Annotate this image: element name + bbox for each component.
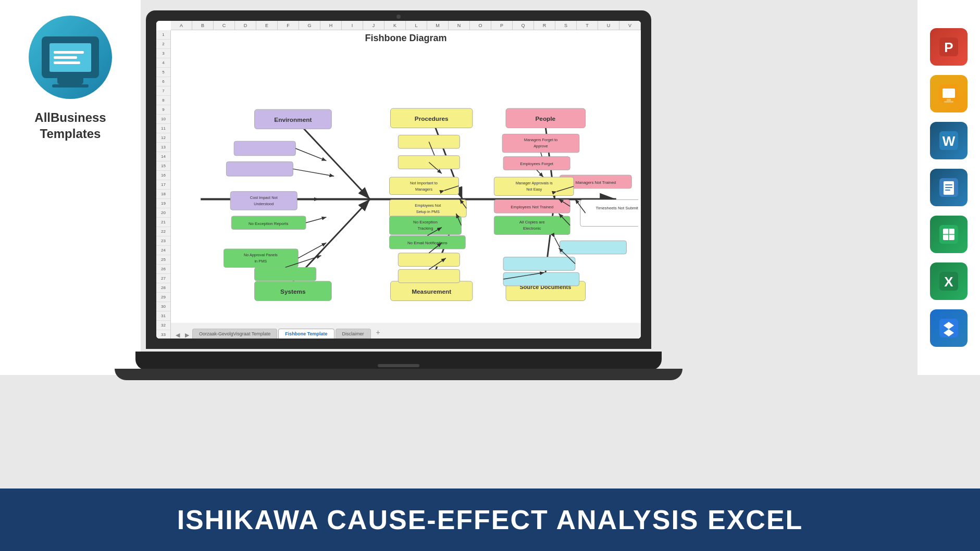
col-s: S — [555, 21, 577, 30]
svg-rect-12 — [945, 190, 950, 191]
svg-rect-36 — [226, 162, 293, 177]
col-a: A — [171, 21, 192, 30]
left-panel: AllBusinessTemplates — [0, 0, 141, 375]
spreadsheet: A B C D E F G H I J K L M N O P Q — [156, 21, 641, 339]
logo-circle — [29, 16, 112, 99]
col-r: R — [534, 21, 555, 30]
col-headers: A B C D E F G H I J K L M N O P Q — [171, 21, 641, 30]
scroll-right-arrow[interactable]: ▶ — [183, 332, 191, 339]
svg-text:Not Easy: Not Easy — [526, 187, 542, 192]
svg-rect-100 — [398, 269, 460, 283]
svg-text:P: P — [944, 40, 953, 55]
svg-rect-3 — [942, 89, 955, 98]
svg-line-37 — [293, 169, 334, 176]
col-t: T — [577, 21, 598, 30]
svg-rect-108 — [560, 241, 626, 254]
svg-rect-98 — [398, 253, 460, 267]
col-j: J — [363, 21, 384, 30]
brand-name: AllBusinessTemplates — [34, 109, 106, 142]
svg-text:W: W — [942, 133, 956, 149]
svg-text:All Copies are: All Copies are — [519, 220, 545, 224]
tab-oorzaak[interactable]: Oorzaak-GevolgVisgraat Template — [192, 329, 277, 339]
svg-text:Managers Not Trained: Managers Not Trained — [575, 180, 616, 185]
col-f: F — [278, 21, 299, 30]
svg-rect-11 — [945, 187, 952, 188]
laptop-trackpad-button — [378, 364, 419, 367]
bottom-banner: ISHIKAWA CAUSE-EFFECT ANALYSIS EXCEL — [0, 489, 980, 551]
col-e: E — [256, 21, 278, 30]
powerpoint-icon[interactable]: P — [930, 28, 967, 66]
logo-line-2 — [54, 56, 77, 59]
scroll-left-arrow[interactable]: ◀ — [173, 332, 182, 339]
col-v: V — [619, 21, 641, 30]
svg-rect-4 — [947, 99, 951, 101]
svg-line-64 — [537, 170, 543, 177]
svg-line-26 — [293, 117, 370, 199]
svg-text:X: X — [944, 274, 953, 290]
logo-line-1 — [54, 51, 84, 54]
col-h: H — [320, 21, 342, 30]
logo-inner — [42, 36, 99, 78]
laptop-base — [115, 369, 683, 380]
svg-text:Manager Approvals is: Manager Approvals is — [516, 181, 553, 185]
col-u: U — [598, 21, 619, 30]
slides-icon[interactable] — [930, 75, 967, 112]
svg-text:Systems: Systems — [280, 288, 306, 295]
svg-text:in PMS: in PMS — [254, 259, 267, 264]
svg-rect-87 — [255, 267, 316, 281]
tab-add-button[interactable]: + — [372, 326, 384, 339]
svg-text:Employees Not Trained: Employees Not Trained — [511, 205, 553, 209]
banner-text: ISHIKAWA CAUSE-EFFECT ANALYSIS EXCEL — [177, 504, 803, 535]
diagram-area: Fishbone Diagram — [171, 30, 641, 323]
svg-rect-110 — [503, 257, 575, 271]
sheets-icon[interactable] — [930, 216, 967, 253]
fishbone-svg: Environment Cost Impact Not Understood — [173, 48, 638, 315]
svg-text:Environment: Environment — [274, 116, 312, 123]
svg-text:Measurement: Measurement — [412, 288, 451, 295]
col-l: L — [406, 21, 427, 30]
svg-text:Managers Forget to: Managers Forget to — [524, 137, 557, 142]
right-panel: P W — [917, 0, 980, 375]
col-m: M — [427, 21, 449, 30]
col-k: K — [384, 21, 406, 30]
dropbox-icon[interactable] — [930, 309, 967, 347]
logo-base — [52, 84, 89, 87]
svg-text:Electronic: Electronic — [523, 226, 541, 231]
laptop-camera — [396, 15, 401, 19]
svg-rect-38 — [230, 192, 297, 210]
col-p: P — [491, 21, 513, 30]
svg-text:Employees Forget: Employees Forget — [520, 161, 554, 166]
col-i: I — [342, 21, 363, 30]
tab-fishbone[interactable]: Fishbone Template — [278, 329, 334, 339]
laptop-body: A B C D E F G H I J K L M N O P Q — [146, 10, 651, 349]
svg-text:Setup in PMS: Setup in PMS — [416, 209, 440, 214]
svg-text:Timesheets Not Submitted: Timesheets Not Submitted — [596, 206, 638, 210]
word-icon[interactable]: W — [930, 122, 967, 159]
svg-text:No Exception Reports: No Exception Reports — [249, 221, 289, 226]
col-d: D — [235, 21, 256, 30]
svg-text:Understood: Understood — [254, 202, 274, 206]
row-headers: 1 2 3 4 5 6 7 8 9 10 11 12 13 14 15 16 1 — [156, 30, 171, 339]
col-q: Q — [513, 21, 534, 30]
col-n: N — [449, 21, 470, 30]
logo-stand — [57, 78, 83, 84]
excel-icon[interactable]: X — [930, 262, 967, 300]
tab-disclaimer[interactable]: Disclaimer — [336, 329, 371, 339]
col-c: C — [214, 21, 235, 30]
svg-line-82 — [306, 217, 326, 223]
svg-text:Cost Impact Not: Cost Impact Not — [250, 195, 278, 200]
docs-icon[interactable] — [930, 169, 967, 206]
logo-line-3 — [54, 61, 80, 64]
svg-rect-75 — [580, 199, 638, 226]
svg-rect-112 — [503, 272, 579, 286]
svg-text:No Approval Panels: No Approval Panels — [244, 253, 278, 257]
svg-rect-48 — [389, 177, 458, 194]
laptop-bottom — [135, 352, 662, 370]
tabs-bar: ◀ ▶ Oorzaak-GevolgVisgraat Template Fish… — [171, 323, 641, 339]
col-o: O — [470, 21, 491, 30]
svg-text:Procedures: Procedures — [415, 115, 449, 122]
col-g: G — [299, 21, 320, 30]
svg-rect-52 — [389, 199, 466, 217]
laptop-screen: A B C D E F G H I J K L M N O P Q — [156, 21, 641, 339]
diagram-title: Fishbone Diagram — [173, 33, 638, 44]
